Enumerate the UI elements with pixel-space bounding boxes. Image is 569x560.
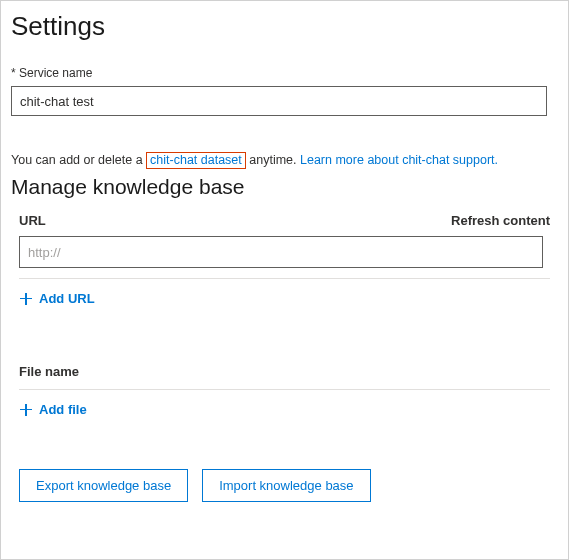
kb-actions-row: Export knowledge base Import knowledge b…	[11, 469, 558, 502]
url-input[interactable]	[19, 236, 543, 268]
chit-chat-dataset-link[interactable]: chit-chat dataset	[146, 152, 246, 169]
info-prefix: You can add or delete a	[11, 153, 146, 167]
plus-icon	[19, 403, 33, 417]
add-url-label: Add URL	[39, 291, 95, 306]
refresh-content-label: Refresh content	[451, 213, 550, 228]
url-section: URL Refresh content Add URL	[11, 213, 558, 310]
chit-chat-info: You can add or delete a chit-chat datase…	[11, 152, 558, 169]
info-middle: anytime.	[246, 153, 300, 167]
file-section: File name Add file	[11, 364, 558, 421]
divider	[19, 278, 550, 279]
learn-more-link[interactable]: Learn more about chit-chat support.	[300, 153, 498, 167]
plus-icon	[19, 292, 33, 306]
url-column-label: URL	[19, 213, 46, 228]
url-header-row: URL Refresh content	[19, 213, 550, 228]
service-name-label: * Service name	[11, 66, 558, 80]
settings-panel: Settings * Service name You can add or d…	[1, 1, 568, 516]
export-kb-button[interactable]: Export knowledge base	[19, 469, 188, 502]
add-file-button[interactable]: Add file	[19, 398, 87, 421]
import-kb-button[interactable]: Import knowledge base	[202, 469, 370, 502]
add-file-label: Add file	[39, 402, 87, 417]
service-name-input[interactable]	[11, 86, 547, 116]
divider	[19, 389, 550, 390]
file-name-label: File name	[19, 364, 550, 379]
add-url-button[interactable]: Add URL	[19, 287, 95, 310]
manage-kb-title: Manage knowledge base	[11, 175, 558, 199]
page-title: Settings	[11, 11, 558, 42]
